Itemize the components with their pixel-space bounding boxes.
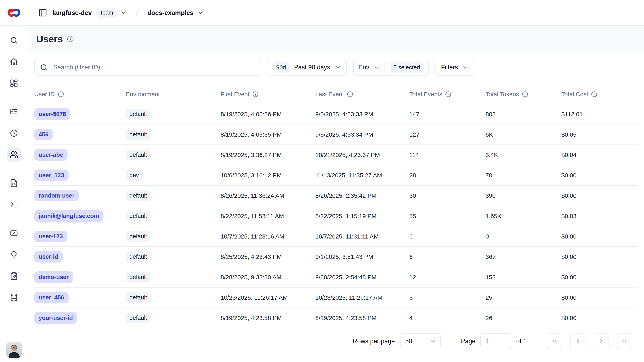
sidebar-item-search[interactable]	[7, 33, 21, 48]
table-row[interactable]: your-user-iddefault8/19/2025, 4:23:58 PM…	[34, 308, 638, 328]
search-input[interactable]	[52, 63, 256, 72]
user-avatar[interactable]	[6, 342, 22, 358]
cell-last-event: 8/19/2025, 4:23:58 PM	[315, 314, 409, 321]
cell-total-tokens: 152	[486, 274, 561, 281]
filters-label: Filters	[441, 64, 458, 71]
column-header-total-events[interactable]: Total Events	[409, 91, 486, 98]
chevron-down-icon	[373, 64, 380, 71]
date-range-button[interactable]: 90d Past 90 days	[267, 59, 347, 76]
database-icon	[10, 293, 18, 302]
chevron-down-icon	[335, 64, 341, 71]
sidebar-item-scores[interactable]	[7, 226, 21, 240]
user-id-badge[interactable]: user-abc	[34, 149, 68, 161]
dashboard-icon	[10, 79, 18, 87]
project-dropdown[interactable]	[197, 9, 204, 16]
search-box	[34, 59, 262, 76]
user-id-badge[interactable]: your-user-id	[34, 312, 77, 324]
user-id-badge[interactable]: user-id	[34, 251, 63, 262]
next-page-button[interactable]	[594, 333, 609, 349]
cell-user-id: user_123	[34, 170, 126, 181]
previous-page-button[interactable]	[570, 333, 586, 349]
sidebar	[0, 26, 28, 362]
table-row[interactable]: random-userdefault8/26/2025, 11:36:24 AM…	[34, 186, 638, 206]
table-row[interactable]: user-5678default8/19/2025, 4:05:36 PM9/5…	[34, 104, 638, 125]
chevrons-right-icon	[621, 338, 628, 345]
environment-badge: default	[126, 129, 150, 140]
sidebar-item-evaluation[interactable]	[7, 247, 21, 262]
rows-per-page-select[interactable]: 50	[400, 333, 441, 349]
user-id-badge[interactable]: jannik@langfuse.com	[34, 210, 104, 222]
column-label: Total Events	[409, 91, 442, 98]
org-dropdown[interactable]	[120, 9, 127, 16]
table-row[interactable]: jannik@langfuse.comdefault8/22/2025, 11:…	[34, 206, 638, 226]
column-info[interactable]	[252, 91, 259, 98]
page-number-input[interactable]	[480, 333, 512, 349]
column-header-total-tokens[interactable]: Total Tokens	[486, 91, 561, 98]
column-info[interactable]	[58, 91, 64, 98]
sidebar-item-playground[interactable]	[7, 197, 21, 212]
chevron-down-icon	[430, 338, 436, 344]
rows-per-page-value: 50	[405, 337, 412, 345]
column-label: Environment	[126, 91, 160, 98]
table-row[interactable]: user-123default10/7/2025, 11:28:16 AM10/…	[34, 226, 638, 247]
org-breadcrumb[interactable]: langfuse-dev	[52, 9, 92, 17]
cell-first-event: 8/19/2025, 4:23:58 PM	[220, 314, 315, 321]
slash-icon	[133, 8, 142, 17]
column-header-first-event[interactable]: First Event	[220, 91, 315, 98]
last-page-button[interactable]	[617, 333, 632, 349]
sidebar-item-database[interactable]	[7, 290, 21, 305]
cell-last-event: 10/23/2025, 11:26:17 AM	[315, 294, 409, 301]
column-header-environment[interactable]: Environment	[126, 91, 220, 98]
cell-total-tokens: 0	[486, 233, 561, 240]
table-row[interactable]: demo-userdefault8/28/2025, 9:32:30 AM9/3…	[34, 267, 638, 287]
user-id-badge[interactable]: user_123	[34, 170, 68, 181]
table-row[interactable]: user-iddefault8/25/2025, 4:23:43 PM9/1/2…	[34, 247, 638, 267]
cell-first-event: 8/25/2025, 4:23:43 PM	[220, 253, 315, 260]
cell-first-event: 8/26/2025, 11:36:24 AM	[220, 192, 315, 199]
user-id-badge[interactable]: demo-user	[34, 271, 73, 283]
table-body: user-5678default8/19/2025, 4:05:36 PM9/5…	[34, 104, 638, 328]
sidebar-item-traces[interactable]	[7, 105, 21, 119]
topbar: langfuse-dev Team docs-examples	[0, 0, 644, 26]
user-id-badge[interactable]: 456	[34, 129, 53, 140]
environment-filter-button[interactable]: Env 5 selected	[353, 59, 429, 76]
page-title-info[interactable]	[67, 35, 74, 43]
user-id-badge[interactable]: user-5678	[34, 108, 70, 120]
filters-button[interactable]: Filters	[434, 59, 475, 76]
column-info[interactable]	[347, 91, 353, 98]
sidebar-item-prompts[interactable]	[7, 176, 21, 190]
user-id-badge[interactable]: random-user	[34, 190, 79, 201]
sidebar-item-home[interactable]	[7, 55, 21, 69]
sidebar-item-dashboard[interactable]	[7, 76, 21, 90]
info-icon	[522, 91, 528, 98]
cell-first-event: 8/19/2025, 4:05:36 PM	[220, 111, 315, 118]
table-row[interactable]: user-abcdefault8/19/2025, 3:36:27 PM10/2…	[34, 145, 638, 165]
org-plan-badge: Team	[96, 8, 117, 18]
table-row[interactable]: user_456default10/23/2025, 11:26:17 AM10…	[34, 287, 638, 308]
column-header-total-cost[interactable]: Total Cost	[561, 91, 638, 98]
project-breadcrumb[interactable]: docs-examples	[148, 9, 194, 17]
sidebar-item-sessions[interactable]	[7, 126, 21, 140]
cell-total-tokens: 3.4K	[486, 152, 561, 158]
column-header-user-id[interactable]: User ID	[34, 91, 126, 98]
sidebar-item-annotation[interactable]	[7, 269, 21, 283]
column-info[interactable]	[591, 91, 598, 98]
table-row[interactable]: 456default8/19/2025, 4:05:35 PM9/5/2025,…	[34, 125, 638, 145]
user-id-badge[interactable]: user_456	[34, 292, 68, 303]
search-icon	[10, 36, 18, 45]
column-info[interactable]	[445, 91, 452, 98]
sidebar-toggle-button[interactable]	[38, 8, 47, 17]
first-page-button[interactable]	[547, 333, 562, 349]
panel-left-icon	[38, 8, 47, 17]
table-row[interactable]: user_123dev10/6/2025, 3:16:12 PM11/13/20…	[34, 165, 638, 186]
cell-user-id: random-user	[34, 190, 126, 201]
main-area: Users 90d Past 90 days	[28, 26, 644, 362]
cell-total-tokens: 25	[486, 294, 561, 301]
column-label: Total Tokens	[486, 91, 519, 98]
column-header-last-event[interactable]: Last Event	[315, 91, 409, 98]
cell-first-event: 8/19/2025, 4:05:35 PM	[220, 131, 315, 138]
user-id-badge[interactable]: user-123	[34, 231, 67, 242]
cell-total-events: 127	[409, 131, 486, 138]
sidebar-item-users[interactable]	[7, 147, 21, 162]
column-info[interactable]	[522, 91, 528, 98]
